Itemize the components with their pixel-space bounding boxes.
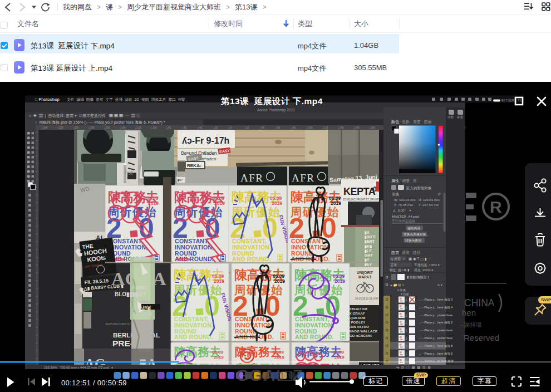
svg-text:40: 40 bbox=[199, 126, 203, 129]
svg-text:编辑内容: 编辑内容 bbox=[407, 227, 420, 231]
svg-text:240: 240 bbox=[43, 126, 48, 129]
svg-text:于归文件定链接: 于归文件定链接 bbox=[391, 219, 415, 223]
svg-text:▯: ▯ bbox=[406, 352, 407, 355]
svg-text:锁定: ▦ / ✚ ▮: 锁定: ▦ / ✚ ▮ bbox=[389, 268, 409, 272]
svg-text:120: 120 bbox=[324, 126, 328, 129]
svg-text:▯: ▯ bbox=[406, 298, 407, 301]
svg-text:←-- Place y... here 海报 8: ←-- Place y... here 海报 8 bbox=[419, 344, 452, 348]
svg-text:←-- Place y... poster here: ←-- Place y... poster here bbox=[419, 313, 452, 317]
svg-text:100: 100 bbox=[152, 126, 157, 129]
svg-text:X: 76.48 mm: X: 76.48 mm bbox=[394, 203, 413, 207]
svg-text:▦ ◉ T ▢ ▮ ◾: ▦ ◉ T ▢ ▮ ◾ bbox=[409, 256, 432, 261]
svg-text: Photoshop:  Photoshop bbox=[35, 97, 60, 102]
svg-text:▯: ▯ bbox=[406, 306, 407, 309]
svg-text:▯: ▯ bbox=[406, 329, 407, 332]
svg-text:40: 40 bbox=[262, 126, 265, 129]
svg-text:▯: ▯ bbox=[406, 344, 407, 347]
svg-text:不透明度: 100% ▾: 不透明度: 100% ▾ bbox=[414, 263, 440, 267]
svg-text:Y: 237.54 mm: Y: 237.54 mm bbox=[419, 203, 439, 207]
svg-text:W: 103.03 mm: W: 103.03 mm bbox=[394, 198, 416, 202]
svg-text:▾ 投影: ▾ 投影 bbox=[401, 292, 410, 296]
svg-text:120: 120 bbox=[137, 126, 141, 129]
svg-text:←-- Place y... here 海报 3: ←-- Place y... here 海报 3 bbox=[419, 298, 452, 302]
svg-text:颜色: 颜色 bbox=[391, 120, 399, 124]
svg-text:∠ 0.00° ▾: ∠ 0.00° ▾ bbox=[393, 209, 411, 212]
svg-text:蒙版: 蒙版 bbox=[457, 115, 464, 119]
svg-text:60: 60 bbox=[184, 126, 187, 129]
svg-text:H: 129.63 mm: H: 129.63 mm bbox=[419, 198, 440, 202]
svg-text:140: 140 bbox=[121, 126, 126, 129]
svg-text:←-- Place y... here 海报 2: ←-- Place y... here 海报 2 bbox=[419, 321, 452, 325]
svg-text:80: 80 bbox=[293, 126, 296, 129]
svg-text:R: R bbox=[490, 198, 502, 216]
svg-text:▯: ▯ bbox=[406, 321, 407, 324]
svg-text:⌂ ✚ ▦ | 自动选择: 图层 ▾ ☑显示变换控: ⌂ ✚ ▦ | 自动选择: 图层 ▾ ☑显示变换控件 ☰ ☰ ☰ ⋯ ▦ ▧ bbox=[29, 114, 140, 118]
svg-text:Q 类型: Q 类型 bbox=[391, 257, 401, 261]
svg-text:60: 60 bbox=[277, 126, 281, 129]
svg-text:▾: ▾ bbox=[403, 257, 405, 261]
svg-text:转换为图像对象...: 转换为图像对象... bbox=[404, 232, 429, 237]
svg-text:MASTER_A4.psd: MASTER_A4.psd bbox=[392, 214, 419, 218]
svg-text:⇆ fx ▢ ▦ ▩ ⊟ 🗑: ⇆ fx ▢ ▦ ▩ ⊟ 🗑 bbox=[396, 365, 431, 369]
svg-text:180: 180 bbox=[371, 126, 375, 129]
svg-text:填充: 100% ▾: 填充: 100% ▾ bbox=[414, 268, 433, 272]
svg-text:←-- Place y... here 海报 4: ←-- Place y... here 海报 4 bbox=[419, 306, 452, 310]
svg-text:156.56% 700.00 mm x 444.03 m: 156.56% 700.00 mm x 444.03 mm (72 ppi) ◂ bbox=[44, 366, 112, 369]
svg-text:fx ▾: fx ▾ bbox=[437, 283, 442, 287]
svg-text:转换为图层: 转换为图层 bbox=[405, 238, 421, 243]
svg-text:-·謝掉場: -·謝掉場 bbox=[460, 321, 482, 328]
svg-text:↺: ↺ bbox=[437, 192, 441, 196]
svg-text:变换: 变换 bbox=[392, 192, 400, 197]
svg-text:Adobe Photoshop 2021: Adobe Photoshop 2021 bbox=[257, 108, 295, 112]
svg-text:←-- Place y... poster here: ←-- Place y... poster here bbox=[419, 329, 452, 332]
svg-text:× 周晓伟-海报.psd @ 156% (←--- Pla: × 周晓伟-海报.psd @ 156% (←--- Place your pos… bbox=[35, 120, 165, 125]
svg-text:▸ 📁 组 1: ▸ 📁 组 1 bbox=[391, 283, 404, 287]
svg-text:180: 180 bbox=[90, 126, 95, 129]
svg-text:▯: ▯ bbox=[406, 313, 407, 317]
svg-text:220: 220 bbox=[59, 126, 63, 129]
svg-text:160: 160 bbox=[355, 126, 360, 129]
svg-text:通道 路径: 通道 路径 bbox=[402, 250, 421, 255]
svg-text:调整: 调整 bbox=[447, 115, 454, 119]
svg-text:140: 140 bbox=[340, 126, 344, 129]
svg-text:20: 20 bbox=[215, 126, 218, 129]
svg-text:▮ 智能/海报层 1: ▮ 智能/海报层 1 bbox=[407, 275, 429, 280]
svg-text:200: 200 bbox=[75, 126, 79, 129]
svg-text:hen: hen bbox=[462, 308, 476, 317]
svg-text:80: 80 bbox=[168, 126, 171, 129]
svg-text:160: 160 bbox=[106, 126, 110, 129]
svg-text:图层: 图层 bbox=[391, 251, 399, 255]
svg-text:嵌入的智能对象: 嵌入的智能对象 bbox=[406, 186, 432, 190]
svg-text:20: 20 bbox=[246, 126, 249, 129]
svg-text:正常: 正常 bbox=[391, 263, 397, 267]
svg-text:←-- Place y... poster here: ←-- Place y... poster here bbox=[419, 336, 452, 340]
svg-text:Reserved: Reserved bbox=[464, 333, 499, 342]
svg-text:属性: 属性 bbox=[391, 179, 399, 183]
svg-text:CHINA: CHINA bbox=[464, 297, 495, 308]
svg-text:文件 编辑 图像 图层 文字 选择 滤镜 3D: 文件 编辑 图像 图层 文字 选择 滤镜 3D 视图 增效工具 窗口 帮助 bbox=[67, 97, 185, 102]
svg-text:▾ 效果: ▾ 效果 bbox=[397, 288, 406, 292]
svg-text:▯: ▯ bbox=[406, 336, 407, 340]
svg-text:色板 渐变 图案: 色板 渐变 图案 bbox=[402, 119, 432, 124]
svg-text:调整 库: 调整 库 bbox=[402, 179, 417, 183]
svg-text:100: 100 bbox=[308, 126, 313, 129]
svg-text:←-- Place y... here 海报 5: ←-- Place y... here 海报 5 bbox=[419, 352, 452, 356]
